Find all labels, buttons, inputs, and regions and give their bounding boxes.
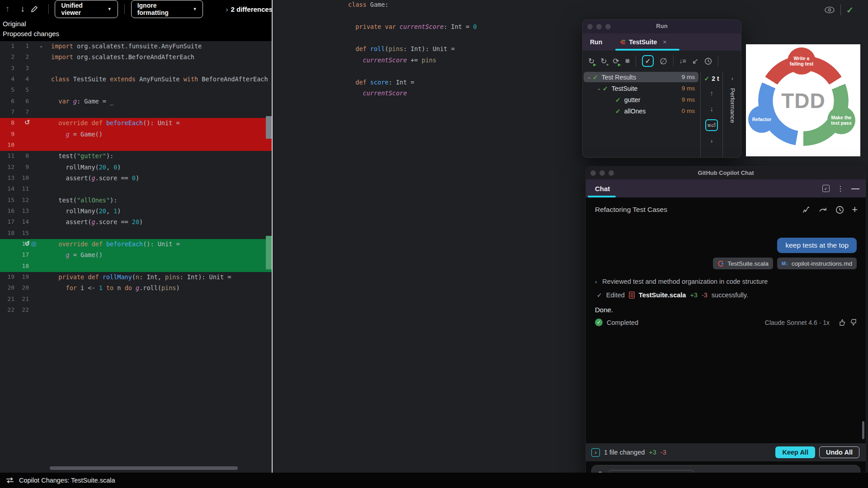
import-results-button[interactable]: ↙ (692, 56, 698, 66)
diff-row[interactable]: 77 (0, 107, 273, 118)
track-running-test-toggle[interactable]: ≡⏎ (705, 119, 718, 131)
test-tree-row-allones[interactable]: ✓allOnes0 ms (583, 105, 700, 117)
edited-file-name[interactable]: TestSuite.scala (639, 291, 686, 299)
previous-failed-test-button[interactable]: ↑ (710, 89, 713, 98)
expand-chevron-icon[interactable]: ⌄ (595, 85, 603, 91)
rerun-tests-button[interactable]: ↻▶ (588, 56, 594, 66)
diff-horizontal-scrollbar[interactable] (50, 466, 238, 470)
diff-row[interactable]: 1815 (0, 228, 273, 239)
tab-testsuite[interactable]: TestSuite × (618, 38, 666, 46)
next-failed-test-button[interactable]: ↓ (710, 105, 713, 113)
diff-row-removed[interactable]: 9 g = Game() (0, 129, 273, 140)
diff-row[interactable]: 33 (0, 63, 273, 74)
show-ignored-toggle[interactable]: ∅ (660, 56, 667, 66)
diff-row[interactable]: 1714 assert(g.score == 20) (0, 217, 273, 228)
run-titlebar[interactable]: Run (583, 20, 741, 33)
formatting-dropdown[interactable]: Ignore formatting ▼ (131, 0, 203, 18)
status-text[interactable]: Copilot Changes: TestSuite.scala (19, 477, 115, 484)
diff-row[interactable]: 1310 assert(g.score == 0) (0, 173, 273, 184)
diff-row-removed[interactable]: 10 (0, 140, 273, 151)
analysis-ok-check-icon[interactable]: ✓ (846, 5, 854, 15)
minimize-window-button[interactable] (599, 170, 605, 176)
next-difference-button[interactable]: ↓ (15, 4, 31, 14)
expand-chevron-icon[interactable]: › (711, 137, 713, 145)
edit-icon[interactable] (30, 5, 46, 13)
expand-chevron-icon[interactable]: ⌄ (585, 74, 593, 80)
close-window-button[interactable] (587, 24, 593, 29)
files-changed-label: 1 file changed (604, 449, 645, 456)
diff-row[interactable]: 2121 (0, 294, 273, 305)
tab-chat[interactable]: Chat (595, 185, 610, 192)
diff-row-removed[interactable]: 8↺ override def beforeEach(): Unit = (0, 118, 273, 129)
zoom-window-button[interactable] (609, 170, 614, 176)
close-window-button[interactable] (590, 170, 596, 176)
diff-row[interactable]: 11⌄import org.scalatest.funsuite.AnyFunS… (0, 41, 273, 52)
prev-difference-button[interactable]: ↑ (0, 4, 15, 14)
diff-row-added[interactable]: 18 (0, 261, 273, 272)
stop-button[interactable]: ■ (625, 56, 630, 66)
chevron-right-icon[interactable]: › (226, 5, 228, 13)
keep-all-button[interactable]: Keep All (775, 446, 815, 458)
code-token: org.scalatest.BeforeAndAfterEach (73, 53, 194, 61)
zoom-window-button[interactable] (605, 24, 611, 29)
kebab-menu-icon[interactable]: ⋮ (837, 184, 844, 193)
diff-row[interactable]: 1919 private def rollMany(n: Int, pins: … (0, 272, 273, 283)
history-clock-icon[interactable] (835, 206, 844, 214)
revert-change-icon[interactable]: ↺ (24, 239, 31, 247)
toggle-auto-test-button[interactable]: ⟳▶ (613, 56, 619, 66)
diff-row[interactable]: 1411 (0, 184, 273, 195)
test-tree-row-gutter[interactable]: ✓gutter9 ms (583, 94, 700, 105)
eye-icon[interactable] (824, 6, 835, 14)
rerun-failed-button[interactable]: ↻● (600, 56, 607, 66)
copilot-chat-window[interactable]: GitHub Copilot Chat Chat ↙ ⋮ — Refactori… (585, 166, 866, 488)
new-chat-icon[interactable]: + (852, 204, 858, 216)
close-tab-icon[interactable]: × (663, 38, 666, 46)
sort-tests-button[interactable]: ↓≡ (679, 57, 686, 65)
diff-row[interactable]: 44class TestSuite extends AnyFunSuite wi… (0, 74, 273, 85)
diff-row[interactable]: 118 test("gutter"): (0, 151, 273, 162)
run-window[interactable]: Run Run TestSuite × ↻▶ ↻● ⟳▶ ■ ✓ ∅ ↓≡ ↙ … (582, 19, 741, 158)
jump-to-change-icon[interactable]: ◎ (31, 240, 38, 247)
viewer-mode-dropdown[interactable]: Unified viewer ▼ (55, 0, 118, 18)
diff-row[interactable]: 1512 test("allOnes"): (0, 195, 273, 206)
referenced-file-chip[interactable]: M↓copilot-instructions.md (777, 258, 857, 269)
dock-window-icon[interactable]: ↙ (822, 185, 830, 192)
chat-titlebar[interactable]: GitHub Copilot Chat (586, 167, 866, 179)
agent-thought-row[interactable]: › Reviewed test and method organization … (595, 278, 768, 285)
window-controls[interactable] (590, 170, 614, 176)
minimize-panel-icon[interactable]: — (851, 184, 859, 193)
revert-change-icon[interactable]: ↺ (24, 118, 31, 126)
test-history-button[interactable] (704, 57, 712, 65)
diff-code-area[interactable]: 11⌄import org.scalatest.funsuite.AnyFunS… (0, 41, 273, 316)
show-passed-toggle[interactable]: ✓ (642, 55, 654, 67)
diff-scrollbar-thumb[interactable] (266, 116, 272, 139)
performance-tab[interactable]: Performance (729, 88, 736, 123)
minimize-window-button[interactable] (596, 24, 602, 29)
diff-row[interactable]: 2020 for i <- 1 to n do g.roll(pins) (0, 283, 273, 294)
expand-changes-icon[interactable]: › (591, 448, 600, 457)
test-results-tree[interactable]: ⌄✓Test Results9 ms⌄✓TestSuite9 ms✓gutter… (583, 71, 700, 117)
edited-file-row[interactable]: ✓ Edited TestSuite.scala +3 -3 successfu… (597, 291, 748, 299)
diff-row[interactable]: 1613 rollMany(20, 1) (0, 206, 273, 217)
test-tree-row-testsuite[interactable]: ⌄✓TestSuite9 ms (583, 83, 700, 94)
test-tree-row-test-results[interactable]: ⌄✓Test Results9 ms (583, 71, 700, 83)
diff-row[interactable]: 129 rollMany(20, 0) (0, 162, 273, 173)
diff-row[interactable]: 2222 (0, 305, 273, 316)
diff-row[interactable]: 55 (0, 85, 273, 96)
undo-all-button[interactable]: Undo All (819, 446, 859, 458)
window-controls[interactable] (587, 24, 611, 29)
collapse-icon[interactable]: ‹ (731, 75, 733, 82)
diff-row-added[interactable]: 17 g = Game() (0, 250, 273, 261)
editor-code[interactable]: class Game: private var currentScore: In… (348, 1, 477, 101)
redo-icon[interactable] (819, 206, 828, 213)
diff-row[interactable]: 22import org.scalatest.BeforeAndAfterEac… (0, 52, 273, 63)
thumbs-up-icon[interactable] (838, 319, 846, 326)
fold-chevron-icon[interactable]: ⌄ (39, 42, 43, 49)
diff-row[interactable]: 66 var g: Game = _ (0, 96, 273, 107)
referenced-file-chip[interactable]: TestSuite.scala (713, 258, 773, 269)
chat-scrollbar-thumb[interactable] (862, 421, 864, 439)
code-token: += (407, 56, 422, 64)
diff-row-added[interactable]: 16↺◎ override def beforeEach(): Unit = (0, 239, 273, 250)
thumbs-down-icon[interactable] (850, 319, 858, 326)
edit-scribble-icon[interactable] (802, 205, 811, 214)
